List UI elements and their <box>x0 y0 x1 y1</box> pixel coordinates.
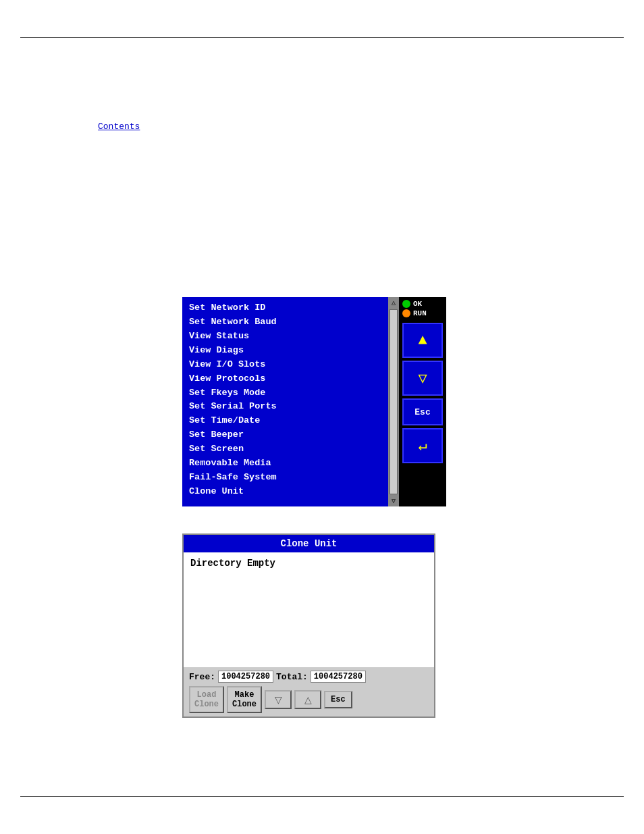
contents-link[interactable]: Contents <box>98 122 140 132</box>
menu-item-view-protocols[interactable]: View Protocols <box>189 372 381 386</box>
free-value: 1004257280 <box>218 671 273 683</box>
scroll-track <box>390 309 398 494</box>
menu-item-set-beeper[interactable]: Set Beeper <box>189 428 381 442</box>
run-dot <box>402 309 410 317</box>
menu-panel: Set Network ID Set Network Baud View Sta… <box>182 297 446 506</box>
clone-stats-row: Free: 1004257280 Total: 1004257280 <box>189 671 429 683</box>
menu-scrollbar[interactable]: △ ▽ <box>388 297 399 506</box>
up-button[interactable]: ▲ <box>402 323 443 358</box>
clone-content: Directory Empty <box>184 552 434 667</box>
menu-item-view-status[interactable]: View Status <box>189 330 381 344</box>
menu-item-set-network-id[interactable]: Set Network ID <box>189 301 381 315</box>
run-indicator: RUN <box>402 309 443 317</box>
ok-indicator: OK <box>402 300 443 308</box>
scroll-down-icon[interactable]: ▽ <box>392 497 396 505</box>
make-clone-button[interactable]: MakeClone <box>227 686 262 713</box>
clone-title: Clone Unit <box>184 535 434 552</box>
down-button[interactable]: ▽ <box>402 361 443 396</box>
menu-item-view-diags[interactable]: View Diags <box>189 344 381 358</box>
menu-item-set-fkeys-mode[interactable]: Set Fkeys Mode <box>189 386 381 400</box>
clone-panel: Clone Unit Directory Empty Free: 1004257… <box>182 533 435 718</box>
clone-down-arrow-button[interactable]: ▽ <box>265 690 292 709</box>
menu-item-set-screen[interactable]: Set Screen <box>189 442 381 457</box>
clone-footer: Free: 1004257280 Total: 1004257280 LoadC… <box>184 667 434 716</box>
clone-up-arrow-button[interactable]: △ <box>294 690 321 709</box>
status-indicators: OK RUN <box>402 300 443 317</box>
menu-item-view-io-slots[interactable]: View I/O Slots <box>189 358 381 372</box>
esc-button[interactable]: Esc <box>402 398 443 425</box>
menu-item-set-serial-ports[interactable]: Set Serial Ports <box>189 400 381 414</box>
menu-item-set-network-baud[interactable]: Set Network Baud <box>189 315 381 330</box>
total-label: Total: <box>276 672 308 682</box>
menu-item-removable-media[interactable]: Removable Media <box>189 457 381 471</box>
directory-empty-text: Directory Empty <box>190 558 427 569</box>
ok-dot <box>402 300 410 308</box>
menu-item-fail-safe-system[interactable]: Fail-Safe System <box>189 471 381 485</box>
menu-list: Set Network ID Set Network Baud View Sta… <box>182 297 388 506</box>
load-clone-button[interactable]: LoadClone <box>189 686 224 713</box>
clone-buttons-row: LoadClone MakeClone ▽ △ Esc <box>189 686 429 713</box>
ok-label: OK <box>413 300 422 308</box>
bottom-divider <box>20 796 624 797</box>
clone-esc-button[interactable]: Esc <box>324 691 352 708</box>
top-divider <box>20 37 624 38</box>
total-value: 1004257280 <box>311 671 366 683</box>
enter-button[interactable]: ↵ <box>402 428 443 463</box>
menu-item-set-time-date[interactable]: Set Time/Date <box>189 414 381 428</box>
free-label: Free: <box>189 672 215 682</box>
right-button-panel: OK RUN ▲ ▽ Esc ↵ <box>399 297 446 506</box>
scroll-up-icon[interactable]: △ <box>392 298 396 307</box>
menu-item-clone-unit[interactable]: Clone Unit <box>189 485 381 499</box>
run-label: RUN <box>413 309 427 317</box>
